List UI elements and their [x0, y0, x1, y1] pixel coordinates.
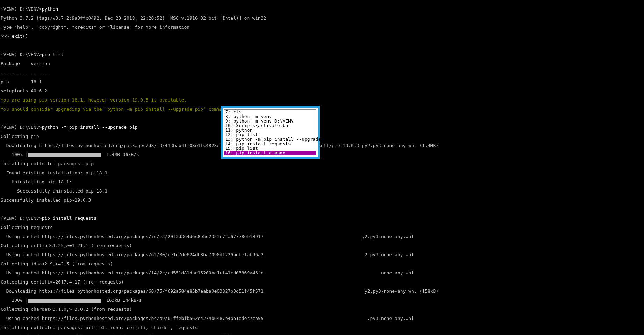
- progress-line: 100% || 1.4MB 36kB/s: [1, 152, 644, 157]
- output-line: Using cached https://files.pythonhosted.…: [1, 271, 644, 275]
- output-line: Successfully uninstalled pip-18.1: [1, 189, 644, 193]
- pip-warning: You should consider upgrading via the 'p…: [1, 107, 644, 111]
- output-line: pip 18.1: [1, 79, 644, 84]
- blank-line: [1, 207, 644, 211]
- output-line: Collecting chardet<3.1.0,>=3.0.2 (from r…: [1, 307, 644, 312]
- output-line: setuptools 40.6.2: [1, 89, 644, 93]
- output-line: Uninstalling pip-18.1:: [1, 180, 644, 184]
- output-line: Collecting urllib3<1.25,>=1.21.1 (from r…: [1, 243, 644, 248]
- output-line: (VENV) D:\VENV>python: [1, 7, 644, 11]
- output-line: (VENV) D:\VENV>pip install requests: [1, 216, 644, 221]
- output-line: Installing collected packages: pip: [1, 161, 644, 166]
- progress-line: 100% || 163kB 144kB/s: [1, 298, 644, 302]
- output-line: Package Version: [1, 61, 644, 66]
- output-line: (VENV) D:\VENV>pip list: [1, 52, 644, 57]
- output-line: Successfully installed pip-19.0.3: [1, 198, 644, 202]
- command-history-list[interactable]: 7: cls 8: python -m venv 9: python -m ve…: [224, 109, 316, 155]
- output-line: Collecting certifi>=2017.4.17 (from requ…: [1, 280, 644, 284]
- output-line: Using cached https://files.pythonhosted.…: [1, 252, 644, 257]
- output-line: Found existing installation: pip 18.1: [1, 170, 644, 175]
- output-line: Installing collected packages: urllib3, …: [1, 325, 644, 330]
- blank-line: [1, 43, 644, 48]
- output-line: Collecting idna<2.9,>=2.5 (from requests…: [1, 261, 644, 266]
- output-line: Using cached https://files.pythonhosted.…: [1, 316, 644, 321]
- pip-warning: You are using pip version 18.1, however …: [1, 98, 644, 102]
- output-line: ---------- -------: [1, 70, 644, 75]
- output-line: (VENV) D:\VENV>python -m pip install --u…: [1, 125, 644, 130]
- output-line: Python 3.7.2 (tags/v3.7.2:9a3ffc0492, De…: [1, 16, 644, 20]
- output-line: Type "help", "copyright", "credits" or "…: [1, 25, 644, 29]
- output-line: Using cached https://files.pythonhosted.…: [1, 234, 644, 239]
- output-line: Downloading https://files.pythonhosted.o…: [1, 143, 644, 148]
- output-line: Downloading https://files.pythonhosted.o…: [1, 289, 644, 293]
- command-history-popup[interactable]: 7: cls 8: python -m venv 9: python -m ve…: [221, 106, 320, 159]
- output-line: >>> exit(): [1, 34, 644, 39]
- history-item-selected[interactable]: 16: pip install django: [224, 151, 316, 155]
- terminal-output[interactable]: (VENV) D:\VENV>python Python 3.7.2 (tags…: [0, 0, 644, 335]
- output-line: Collecting requests: [1, 225, 644, 230]
- blank-line: [1, 116, 644, 120]
